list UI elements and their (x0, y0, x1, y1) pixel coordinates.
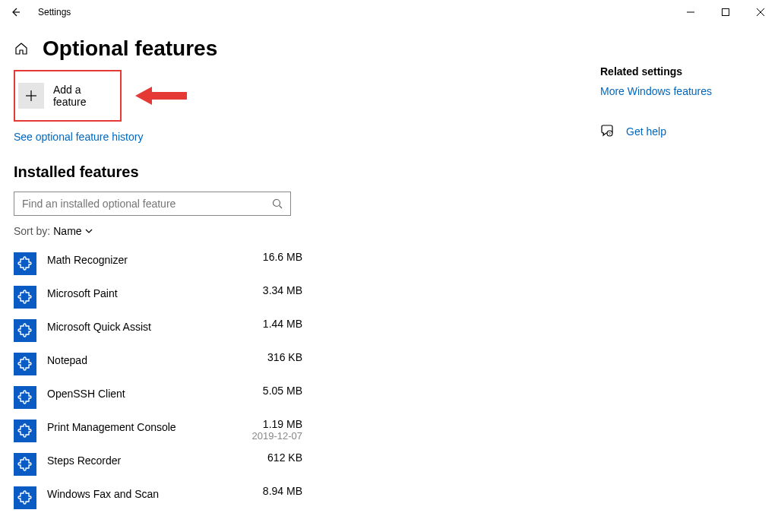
feature-name: Microsoft Quick Assist (47, 318, 151, 333)
svg-marker-7 (135, 87, 187, 105)
chat-help-icon: ? (600, 125, 614, 138)
feature-body: OpenSSH Client5.05 MB (47, 385, 302, 400)
feature-name: Math Recognizer (47, 251, 128, 266)
maximize-icon (722, 8, 729, 16)
feature-name: Microsoft Paint (47, 284, 118, 299)
feature-icon-tile (14, 453, 36, 476)
feature-body: Microsoft Quick Assist1.44 MB (47, 318, 302, 333)
feature-size: 612 KB (267, 451, 302, 464)
svg-point-8 (274, 200, 280, 207)
home-button[interactable] (14, 41, 29, 56)
feature-meta: 5.05 MB (263, 385, 302, 397)
feature-size: 1.44 MB (263, 318, 302, 330)
puzzle-icon (17, 390, 33, 405)
installed-features-list: Math Recognizer16.6 MBMicrosoft Paint3.3… (14, 246, 600, 514)
puzzle-icon (17, 423, 33, 439)
annotation-arrow-icon (135, 82, 188, 109)
feature-row[interactable]: Windows Fax and Scan8.94 MB (14, 480, 302, 514)
minimize-icon (687, 8, 694, 16)
app-title: Settings (38, 7, 71, 17)
feature-row[interactable]: Math Recognizer16.6 MB (14, 246, 302, 280)
feature-name: OpenSSH Client (47, 385, 125, 400)
add-feature-label: Add a feature (53, 84, 117, 108)
chevron-down-icon (85, 227, 93, 235)
feature-meta: 16.6 MB (263, 251, 302, 263)
page-header: Optional features (14, 36, 600, 61)
feature-size: 8.94 MB (263, 485, 302, 497)
puzzle-icon (17, 457, 33, 472)
feature-row[interactable]: Microsoft Quick Assist1.44 MB (14, 313, 302, 347)
feature-name: Notepad (47, 351, 87, 366)
aside-column: Related settings More Windows features ?… (600, 30, 778, 514)
search-input[interactable] (22, 198, 265, 210)
feature-name: Windows Fax and Scan (47, 485, 159, 500)
minimize-button[interactable] (673, 0, 708, 24)
feature-size: 1.19 MB (252, 418, 303, 430)
feature-icon-tile (14, 353, 36, 375)
feature-icon-tile (14, 486, 36, 509)
feature-size: 16.6 MB (263, 251, 302, 263)
feature-icon-tile (14, 386, 36, 409)
feature-name: Steps Recorder (47, 451, 121, 467)
feature-size: 5.05 MB (263, 385, 302, 397)
feature-meta: 612 KB (267, 451, 302, 464)
svg-line-9 (280, 206, 283, 209)
window-controls (673, 0, 778, 24)
maximize-button[interactable] (708, 0, 743, 24)
puzzle-icon (17, 323, 33, 338)
plus-icon (25, 90, 37, 102)
feature-meta: 1.19 MB2019-12-07 (252, 418, 303, 442)
optional-feature-history-link[interactable]: See optional feature history (14, 131, 143, 143)
feature-icon-tile (14, 420, 36, 442)
home-icon (14, 42, 28, 55)
feature-body: Notepad316 KB (47, 351, 302, 366)
feature-row[interactable]: Print Management Console1.19 MB2019-12-0… (14, 413, 302, 447)
puzzle-icon (17, 256, 33, 271)
back-button[interactable] (6, 3, 24, 21)
feature-body: Print Management Console1.19 MB2019-12-0… (47, 418, 302, 442)
get-help-link[interactable]: Get help (626, 125, 666, 138)
feature-meta: 316 KB (267, 351, 302, 363)
feature-body: Steps Recorder612 KB (47, 451, 302, 467)
arrow-left-icon (10, 7, 21, 17)
feature-row[interactable]: Steps Recorder612 KB (14, 447, 302, 480)
feature-body: Windows Fax and Scan8.94 MB (47, 485, 302, 500)
feature-icon-tile (14, 252, 36, 275)
feature-date: 2019-12-07 (252, 430, 303, 442)
feature-name: Print Management Console (47, 418, 176, 433)
feature-body: Microsoft Paint3.34 MB (47, 284, 302, 299)
main-column: Optional features Add a feature See opti… (0, 30, 600, 514)
feature-meta: 8.94 MB (263, 485, 302, 497)
close-icon (757, 8, 764, 16)
svg-text:?: ? (609, 131, 611, 136)
content: Optional features Add a feature See opti… (0, 24, 778, 514)
puzzle-icon (17, 290, 33, 305)
feature-size: 316 KB (267, 351, 302, 363)
sort-by-dropdown[interactable]: Sort by: Name (14, 225, 600, 237)
feature-meta: 3.34 MB (263, 284, 302, 296)
installed-features-heading: Installed features (14, 163, 600, 181)
get-help-row: ? Get help (600, 125, 778, 138)
feature-icon-tile (14, 286, 36, 309)
feature-row[interactable]: Notepad316 KB (14, 347, 302, 380)
more-windows-features-link[interactable]: More Windows features (600, 85, 778, 97)
related-settings-heading: Related settings (600, 65, 778, 78)
titlebar: Settings (0, 0, 778, 24)
feature-body: Math Recognizer16.6 MB (47, 251, 302, 266)
svg-rect-2 (723, 9, 729, 16)
puzzle-icon (17, 356, 33, 372)
search-installed-features[interactable] (14, 192, 291, 216)
sort-value: Name (53, 225, 81, 237)
add-feature-area: Add a feature (14, 70, 600, 122)
puzzle-icon (17, 490, 33, 505)
titlebar-left: Settings (6, 3, 71, 21)
feature-icon-tile (14, 319, 36, 342)
sort-label: Sort by: (14, 225, 50, 237)
feature-meta: 1.44 MB (263, 318, 302, 330)
add-a-feature-button[interactable]: Add a feature (14, 70, 122, 122)
page-title: Optional features (43, 36, 217, 61)
close-button[interactable] (743, 0, 778, 24)
search-icon (272, 198, 283, 209)
feature-row[interactable]: Microsoft Paint3.34 MB (14, 280, 302, 313)
feature-row[interactable]: OpenSSH Client5.05 MB (14, 380, 302, 413)
